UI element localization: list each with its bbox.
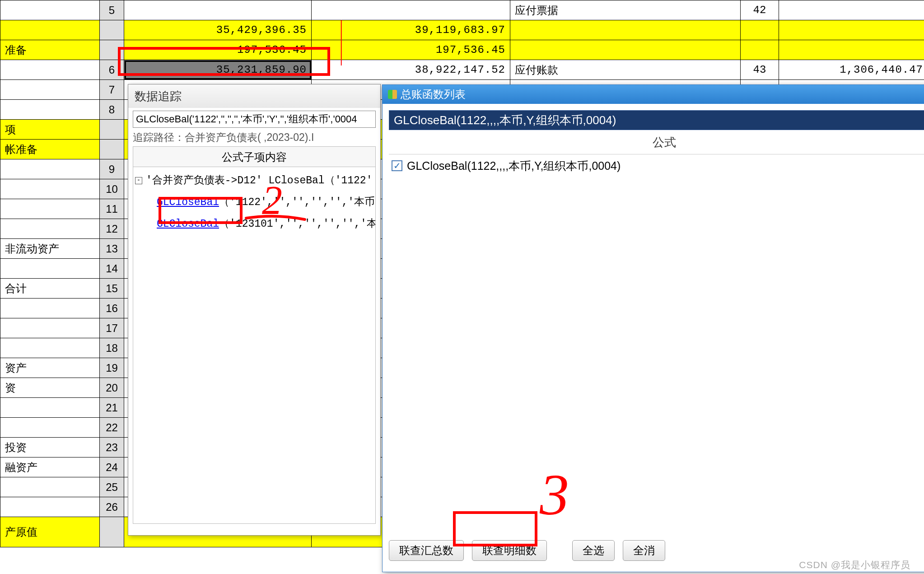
row-number-cell[interactable]: 26 (100, 497, 124, 517)
collapse-icon[interactable]: - (135, 177, 142, 184)
row-number-cell[interactable]: 25 (100, 477, 124, 497)
row-label-cell[interactable] (0, 219, 100, 239)
value-cell-f[interactable] (779, 0, 924, 20)
row-number-cell[interactable]: 18 (100, 338, 124, 358)
row-number-cell[interactable]: 21 (100, 398, 124, 418)
query-detail-button[interactable]: 联查明细数 (472, 540, 547, 561)
row-number-cell[interactable]: 6 (100, 60, 124, 80)
value-cell-c[interactable]: 38,922,147.52 (312, 60, 510, 80)
row-label-cell[interactable] (0, 259, 100, 279)
gl-function-list-dialog[interactable]: 总账函数列表 GLCloseBal(1122,,,,本币,Y,组织本币,0004… (382, 84, 924, 572)
value-cell-f[interactable] (779, 40, 924, 60)
function-list[interactable]: ✓ GLCloseBal(1122,,,,本币,Y,组织本币,0004) (389, 154, 924, 495)
row-number-cell[interactable]: 17 (100, 318, 124, 338)
dialog-titlebar[interactable]: 总账函数列表 (383, 85, 924, 104)
index-cell-e[interactable]: 43 (741, 60, 779, 80)
function-link[interactable]: GLCloseBal (157, 218, 219, 230)
label-cell-d[interactable]: 应付票据 (510, 0, 741, 20)
dialog-title-text: 总账函数列表 (401, 85, 466, 104)
row-label-cell[interactable] (0, 338, 100, 358)
row-label-cell[interactable]: 合计 (0, 279, 100, 299)
value-cell-b[interactable]: 35,231,859.90 (124, 60, 312, 80)
function-select[interactable]: GLCloseBal(1122,,,,本币,Y,组织本币,0004) (389, 110, 924, 130)
value-cell-b[interactable]: 197,536.45 (124, 40, 312, 60)
row-number-cell[interactable]: 22 (100, 418, 124, 438)
data-trace-dialog[interactable]: 数据追踪 追踪路径：合并资产负债表( ,2023-02).I 公式子项内容 -'… (128, 84, 381, 536)
label-cell-d[interactable]: 应付账款 (510, 60, 741, 80)
row-number-cell[interactable]: 16 (100, 299, 124, 318)
row-label-cell[interactable]: 帐准备 (0, 140, 100, 159)
list-item[interactable]: ✓ GLCloseBal(1122,,,,本币,Y,组织本币,0004) (389, 154, 924, 177)
index-cell-e[interactable] (741, 20, 779, 40)
row-label-cell[interactable] (0, 80, 100, 100)
row-number-cell[interactable] (100, 20, 124, 40)
tree-root-text: '合并资产负债表->D12' LCloseBal（'1122' (146, 175, 372, 187)
row-number-cell[interactable]: 23 (100, 438, 124, 457)
value-cell-b[interactable]: 35,429,396.35 (124, 20, 312, 40)
row-label-cell[interactable] (0, 20, 100, 40)
row-number-cell[interactable]: 20 (100, 378, 124, 398)
value-cell-b[interactable] (124, 0, 312, 20)
row-number-cell[interactable]: 13 (100, 239, 124, 259)
value-cell-c[interactable] (312, 0, 510, 20)
label-cell-d[interactable] (510, 40, 741, 60)
tree-root[interactable]: -'合并资产负债表->D12' LCloseBal（'1122' (135, 170, 373, 191)
value-cell-f[interactable] (779, 20, 924, 40)
row-number-cell[interactable]: 11 (100, 199, 124, 219)
function-link[interactable]: GLCloseBal (157, 196, 219, 208)
select-all-button[interactable]: 全选 (572, 540, 615, 561)
row-label-cell[interactable]: 融资产 (0, 457, 100, 477)
function-select-value: GLCloseBal(1122,,,,本币,Y,组织本币,0004) (394, 112, 616, 128)
row-label-cell[interactable] (0, 418, 100, 438)
tree-child-args: （'1122','','','','','本币','Y (219, 196, 376, 208)
row-number-cell[interactable]: 12 (100, 219, 124, 239)
label-cell-d[interactable] (510, 20, 741, 40)
row-label-cell[interactable]: 准备 (0, 40, 100, 60)
value-cell-f[interactable]: 1,306,440.47 (779, 60, 924, 80)
row-number-cell[interactable]: 9 (100, 159, 124, 179)
index-cell-e[interactable] (741, 40, 779, 60)
row-number-cell[interactable]: 8 (100, 100, 124, 120)
index-cell-e[interactable]: 42 (741, 0, 779, 20)
value-cell-c[interactable]: 39,119,683.97 (312, 20, 510, 40)
trace-path: 追踪路径：合并资产负债表( ,2023-02).I (133, 131, 376, 145)
trace-path-label: 追踪路径： (133, 131, 185, 143)
row-number-cell[interactable]: 15 (100, 279, 124, 299)
dialog-title[interactable]: 数据追踪 (128, 84, 380, 108)
row-label-cell[interactable]: 资产 (0, 358, 100, 378)
row-number-cell[interactable] (100, 40, 124, 60)
row-number-cell[interactable]: 19 (100, 358, 124, 378)
row-label-cell[interactable] (0, 159, 100, 179)
watermark: CSDN @我是小银程序员 (799, 559, 910, 571)
row-label-cell[interactable] (0, 199, 100, 219)
row-label-cell[interactable] (0, 100, 100, 120)
row-number-cell[interactable]: 14 (100, 259, 124, 279)
row-label-cell[interactable] (0, 60, 100, 80)
row-label-cell[interactable] (0, 497, 100, 517)
row-number-cell[interactable]: 24 (100, 457, 124, 477)
row-label-cell[interactable]: 产原值 (0, 517, 100, 547)
row-label-cell[interactable] (0, 477, 100, 497)
row-label-cell[interactable]: 项 (0, 120, 100, 140)
row-label-cell[interactable] (0, 318, 100, 338)
row-label-cell[interactable] (0, 398, 100, 418)
row-number-cell[interactable] (100, 120, 124, 140)
row-number-cell[interactable] (100, 517, 124, 547)
row-label-cell[interactable] (0, 299, 100, 318)
deselect-all-button[interactable]: 全消 (623, 540, 665, 561)
row-label-cell[interactable]: 投资 (0, 438, 100, 457)
formula-input[interactable] (133, 111, 376, 128)
row-label-cell[interactable]: 资 (0, 378, 100, 398)
row-label-cell[interactable] (0, 179, 100, 199)
annotation-underline-2 (244, 211, 307, 225)
checkbox-checked-icon[interactable]: ✓ (392, 160, 402, 171)
tree-child-1[interactable]: GLCloseBal（'1122','','','','','本币','Y (135, 191, 373, 213)
row-label-cell[interactable] (0, 0, 100, 20)
row-label-cell[interactable]: 非流动资产 (0, 239, 100, 259)
row-number-cell[interactable] (100, 140, 124, 159)
value-cell-c[interactable]: 197,536.45 (312, 40, 510, 60)
row-number-cell[interactable]: 7 (100, 80, 124, 100)
query-summary-button[interactable]: 联查汇总数 (389, 540, 464, 561)
row-number-cell[interactable]: 10 (100, 179, 124, 199)
row-number-cell[interactable]: 5 (100, 0, 124, 20)
